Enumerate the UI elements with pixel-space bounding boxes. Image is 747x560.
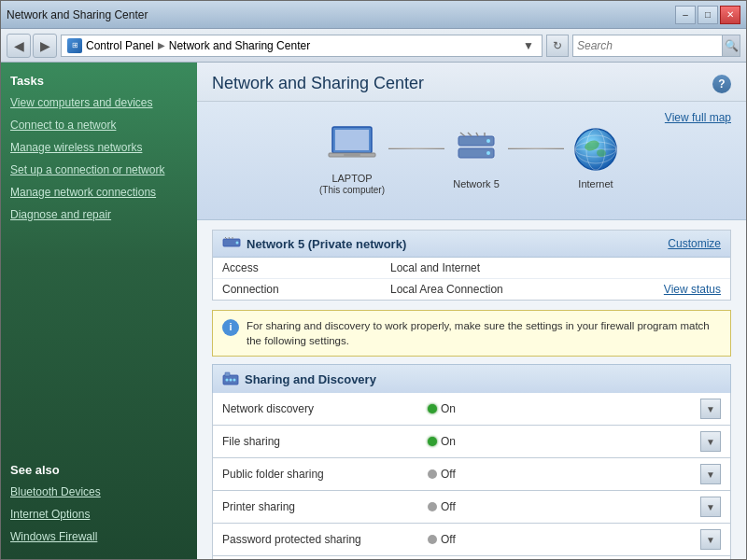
info-icon: i xyxy=(222,319,239,336)
sharing-row-status: Off xyxy=(428,533,700,546)
svg-point-26 xyxy=(226,379,229,382)
main-window: Network and Sharing Center – □ ✕ ◀ ▶ ⊞ C… xyxy=(0,0,747,560)
view-status-link[interactable]: View status xyxy=(664,283,721,296)
internet-node: Internet xyxy=(568,126,624,189)
tasks-title: Tasks xyxy=(1,63,197,91)
laptop-node: LAPTOP(This computer) xyxy=(319,120,385,195)
connector-line-2 xyxy=(508,147,564,149)
sharing-header: Sharing and Discovery xyxy=(212,364,731,393)
sharing-expand-button[interactable]: ▼ xyxy=(700,399,721,419)
globe-svg xyxy=(573,127,618,172)
svg-point-27 xyxy=(230,379,233,382)
minimize-button[interactable]: – xyxy=(675,6,696,24)
connector-line-1 xyxy=(388,147,444,149)
status-dot xyxy=(428,502,437,511)
svg-point-8 xyxy=(486,151,490,155)
status-dot xyxy=(428,404,437,413)
sharing-title: Sharing and Discovery xyxy=(245,372,376,386)
network-panel-title: Network 5 (Private network) xyxy=(222,236,406,251)
connection-label: Connection xyxy=(222,283,390,296)
svg-point-28 xyxy=(233,379,236,382)
window-title: Network and Sharing Center xyxy=(7,8,148,21)
main-content: Tasks View computers and devices Connect… xyxy=(1,63,746,559)
content-body: View full map xyxy=(197,102,746,559)
search-input[interactable] xyxy=(573,39,722,52)
nav-buttons: ◀ ▶ xyxy=(7,34,57,58)
connector-2 xyxy=(508,147,564,149)
page-title: Network and Sharing Center xyxy=(212,74,424,93)
info-text: For sharing and discovery to work proper… xyxy=(247,318,721,348)
title-bar: Network and Sharing Center – □ ✕ xyxy=(1,1,746,29)
content-header: Network and Sharing Center ? xyxy=(197,63,746,102)
hub-icon xyxy=(448,126,504,173)
svg-point-21 xyxy=(236,242,239,245)
sharing-expand-button[interactable]: ▼ xyxy=(700,431,721,452)
info-box: i For sharing and discovery to work prop… xyxy=(212,310,731,357)
sharing-row: Printer sharing Off ▼ xyxy=(212,491,731,524)
network-diagram: LAPTOP(This computer) xyxy=(212,111,731,204)
sharing-status-text: On xyxy=(441,435,456,448)
sharing-status-text: Off xyxy=(441,468,456,481)
network-map: View full map xyxy=(197,102,746,220)
path-dropdown-icon[interactable]: ▼ xyxy=(521,35,536,56)
svg-line-11 xyxy=(476,133,478,136)
sidebar-link-bluetooth[interactable]: Bluetooth Devices xyxy=(1,481,197,503)
close-button[interactable]: ✕ xyxy=(720,6,740,24)
view-full-map-link[interactable]: View full map xyxy=(665,111,731,124)
path-current: Network and Sharing Center xyxy=(169,39,310,52)
sidebar-link-connect[interactable]: Connect to a network xyxy=(1,114,197,136)
sharing-rows: Network discovery On ▼ File sharing On ▼… xyxy=(212,393,731,559)
address-bar: ◀ ▶ ⊞ Control Panel ▶ Network and Sharin… xyxy=(1,29,746,63)
svg-rect-29 xyxy=(225,372,230,376)
sharing-expand-button[interactable]: ▼ xyxy=(700,497,721,517)
sidebar-link-firewall[interactable]: Windows Firewall xyxy=(1,525,197,548)
sidebar-link-diagnose[interactable]: Diagnose and repair xyxy=(1,203,197,226)
connector-1 xyxy=(388,147,444,149)
sidebar-link-internet-options[interactable]: Internet Options xyxy=(1,503,197,525)
network-panel-icon xyxy=(222,236,241,251)
title-bar-left: Network and Sharing Center xyxy=(7,8,148,21)
customize-link[interactable]: Customize xyxy=(668,237,721,250)
refresh-button[interactable]: ↻ xyxy=(546,35,569,57)
hub-svg xyxy=(451,129,501,170)
sharing-status-text: Off xyxy=(441,533,456,546)
forward-button[interactable]: ▶ xyxy=(33,34,57,58)
network-panel-header: Network 5 (Private network) Customize xyxy=(213,231,730,258)
connection-value: Local Area Connection xyxy=(390,283,664,296)
content-area: Network and Sharing Center ? View full m… xyxy=(197,63,746,559)
sidebar-link-setup[interactable]: Set up a connection or network xyxy=(1,159,197,181)
laptop-svg xyxy=(327,123,377,164)
sharing-row-status: Off xyxy=(428,500,700,513)
svg-line-9 xyxy=(460,133,465,136)
address-path[interactable]: ⊞ Control Panel ▶ Network and Sharing Ce… xyxy=(61,35,543,57)
sharing-row: Media sharing Off ▼ xyxy=(212,556,731,559)
network-access-row: Access Local and Internet xyxy=(213,258,730,279)
sharing-status-text: On xyxy=(441,402,456,415)
path-icon: ⊞ xyxy=(67,38,82,53)
sidebar: Tasks View computers and devices Connect… xyxy=(1,63,197,559)
sharing-icon xyxy=(222,371,239,387)
maximize-button[interactable]: □ xyxy=(698,6,718,24)
sharing-row-label: Printer sharing xyxy=(222,500,428,513)
sharing-row-label: Public folder sharing xyxy=(222,468,428,481)
path-root: Control Panel xyxy=(86,39,154,52)
search-button[interactable]: 🔍 xyxy=(722,35,740,56)
path-separator1: ▶ xyxy=(158,40,165,50)
sharing-expand-button[interactable]: ▼ xyxy=(700,529,721,550)
sidebar-link-wireless[interactable]: Manage wireless networks xyxy=(1,136,197,159)
sidebar-link-manage[interactable]: Manage network connections xyxy=(1,181,197,203)
globe-icon xyxy=(568,126,624,173)
sharing-expand-button[interactable]: ▼ xyxy=(700,464,721,484)
network-connection-row: Connection Local Area Connection View st… xyxy=(213,279,730,300)
back-button[interactable]: ◀ xyxy=(7,34,31,58)
sharing-row-label: Password protected sharing xyxy=(222,533,428,546)
laptop-label: LAPTOP(This computer) xyxy=(319,173,385,195)
sharing-status-text: Off xyxy=(441,500,456,513)
help-button[interactable]: ? xyxy=(712,75,731,93)
internet-label: Internet xyxy=(578,178,613,189)
sidebar-link-view-computers[interactable]: View computers and devices xyxy=(1,91,197,114)
svg-rect-2 xyxy=(335,130,369,150)
svg-line-10 xyxy=(468,133,472,136)
sharing-row: File sharing On ▼ xyxy=(212,426,731,458)
sharing-row-label: Network discovery xyxy=(222,402,428,415)
